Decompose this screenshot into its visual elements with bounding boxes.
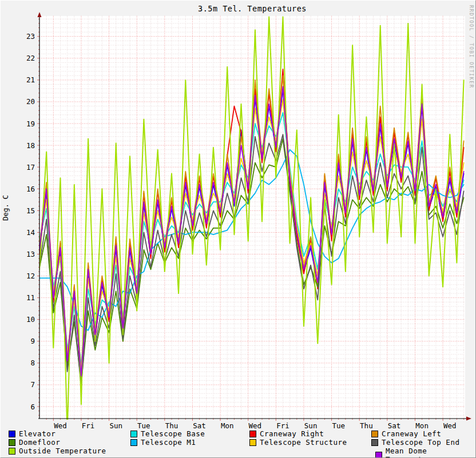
y-axis-tick-label: 21 bbox=[26, 75, 35, 84]
x-axis-label: Wed bbox=[249, 421, 262, 430]
y-axis-tick-label: 18 bbox=[26, 141, 35, 150]
y-axis-tick-label: 19 bbox=[26, 120, 35, 128]
rrdtool-watermark: RRDTOOL / TOBI OETIKER bbox=[469, 5, 474, 89]
y-axis-tick-label: 8 bbox=[30, 359, 35, 367]
y-axis-tick-label: 14 bbox=[26, 228, 35, 237]
chart-title: 3.5m Tel. Temperatures bbox=[39, 4, 465, 13]
x-axis-label: Sat bbox=[193, 421, 206, 430]
y-axis-tick-label: 12 bbox=[26, 272, 35, 280]
y-axis-tick-label: 17 bbox=[26, 163, 35, 172]
x-axis-label: Thu bbox=[360, 421, 373, 430]
y-axis-tick-label: 23 bbox=[26, 32, 35, 41]
x-axis-label: Tue bbox=[137, 421, 150, 430]
y-axis-tick-label: 16 bbox=[26, 185, 35, 193]
y-axis-tick-label: 10 bbox=[26, 315, 35, 324]
x-axis-label: Sun bbox=[109, 421, 122, 430]
x-axis-label: Sat bbox=[388, 421, 401, 430]
x-axis-label: Mon bbox=[221, 421, 234, 430]
rrdtool-graph: 67891011121314151617181920212223WedFriSu… bbox=[0, 0, 476, 458]
y-axis-title: Deg. C bbox=[1, 188, 10, 228]
x-axis-label: Thu bbox=[165, 421, 178, 430]
x-axis-arrow-icon bbox=[466, 417, 471, 421]
y-axis-tick-label: 6 bbox=[30, 403, 35, 411]
y-axis-tick-label: 9 bbox=[30, 337, 35, 345]
y-axis-tick-label: 22 bbox=[26, 54, 35, 62]
y-axis-tick-label: 11 bbox=[26, 293, 35, 302]
y-axis-tick-label: 13 bbox=[26, 250, 35, 258]
x-axis-label: Mon bbox=[415, 421, 429, 430]
x-axis-label: Wed bbox=[54, 421, 67, 430]
x-axis-label: Fri bbox=[276, 421, 289, 430]
plot-area: 67891011121314151617181920212223WedFriSu… bbox=[1, 1, 476, 458]
x-axis-label: Wed bbox=[443, 421, 457, 430]
x-axis-label: Fri bbox=[82, 421, 95, 430]
y-axis-tick-label: 20 bbox=[26, 97, 35, 106]
y-axis-tick-label: 7 bbox=[30, 380, 35, 389]
y-axis-tick-label: 15 bbox=[26, 206, 35, 215]
x-axis-label: Tue bbox=[332, 421, 345, 430]
x-axis-tick-labels: WedFriSunTueThuSatMonWedFriSunTueThuSatM… bbox=[54, 421, 456, 430]
y-axis-tick-labels: 67891011121314151617181920212223 bbox=[26, 32, 35, 411]
x-axis-label: Sun bbox=[304, 421, 318, 430]
